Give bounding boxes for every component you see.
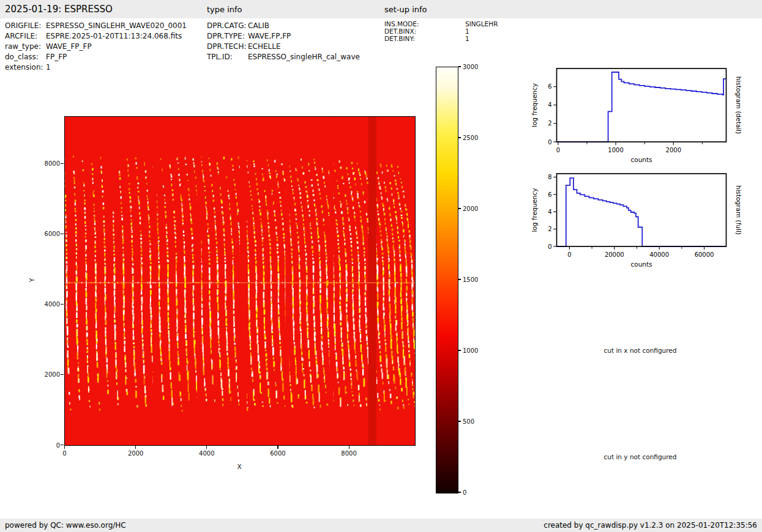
histogram-line — [557, 72, 727, 142]
meta-value: CALIB — [248, 21, 269, 31]
meta-value: 1 — [465, 35, 469, 42]
y-tick-label: 4 — [548, 209, 551, 215]
meta-value: WAVE_FP_FP — [46, 42, 92, 52]
meta-row: ARCFILE:ESPRE.2025-01-20T11:13:24.068.fi… — [5, 31, 187, 42]
file-info-block: ORIGFILE:ESPRESSO_SINGLEHR_WAVE020_0001 … — [5, 21, 187, 73]
header-bar: 2025-01-19: ESPRESSO type info set-up in… — [0, 0, 762, 18]
colorbar-tick-label: 1000 — [463, 347, 478, 354]
y-axis-label: log frequency — [531, 83, 538, 127]
raw-frame-plot — [64, 116, 416, 446]
side-label: histogram (full) — [735, 185, 742, 235]
y-tick — [61, 445, 64, 445]
x-tick-label: 40000 — [649, 251, 669, 258]
colorbar-tick-label: 3000 — [463, 64, 478, 70]
x-tick — [277, 446, 278, 449]
meta-value: 1 — [465, 28, 469, 35]
y-tick-label: 8000 — [35, 160, 60, 167]
colorbar-tick-label: 500 — [463, 418, 474, 425]
meta-row: DPR.TECH:ECHELLE — [207, 42, 360, 52]
y-tick-label: 2000 — [35, 371, 60, 378]
meta-label: do_class: — [5, 52, 46, 62]
colorbar-tick — [458, 208, 461, 209]
x-tick-label: 60000 — [695, 251, 714, 258]
x-tick-label: 1000 — [608, 147, 623, 153]
x-tick-label: 0 — [556, 147, 560, 153]
colorbar-tick-label: 0 — [463, 489, 466, 496]
histogram-full-plot: 020000400006000002468countslog frequency… — [525, 160, 762, 272]
meta-label: raw_type: — [5, 42, 46, 52]
cut-x-message: cut in x not configured — [604, 347, 677, 354]
y-tick — [61, 304, 64, 305]
x-tick-label: 4000 — [199, 450, 214, 457]
meta-label: DPR.TECH: — [207, 42, 248, 52]
y-tick-label: 0 — [548, 139, 551, 146]
y-tick-label: 6000 — [35, 231, 60, 237]
setup-info-heading: set-up info — [384, 5, 427, 14]
x-tick — [64, 446, 65, 449]
x-tick-label: 0 — [62, 450, 66, 457]
type-info-heading: type info — [207, 5, 242, 14]
y-tick — [61, 163, 64, 164]
colorbar-tick — [458, 492, 461, 492]
y-tick-label: 0 — [35, 441, 60, 448]
x-tick-label: 2000 — [128, 450, 143, 457]
meta-row: do_class:FP_FP — [5, 52, 187, 62]
plot-frame — [557, 174, 727, 246]
meta-row: extension:1 — [5, 62, 187, 73]
meta-row: DPR.TYPE:WAVE,FP,FP — [207, 31, 360, 42]
x-axis-label: counts — [630, 260, 652, 268]
y-tick — [61, 234, 64, 234]
colorbar-tick-label: 2000 — [463, 205, 478, 212]
y-tick-label: 2 — [548, 120, 551, 127]
meta-label: ORIGFILE: — [5, 21, 46, 31]
meta-row: DET.BINY:1 — [384, 35, 498, 42]
meta-value: ESPRESSO_SINGLEHR_WAVE020_0001 — [46, 21, 187, 31]
meta-label: INS.MODE: — [384, 20, 465, 28]
meta-row: INS.MODE:SINGLEHR — [384, 20, 498, 28]
x-tick — [206, 446, 207, 449]
meta-label: DPR.CATG: — [207, 21, 248, 31]
y-tick-label: 6 — [548, 83, 551, 90]
y-tick-label: 0 — [548, 243, 551, 250]
meta-row: raw_type:WAVE_FP_FP — [5, 42, 187, 52]
colorbar-tick — [458, 66, 461, 67]
side-label: histogram (detail) — [735, 76, 742, 134]
y-tick — [61, 374, 64, 375]
y-tick-label: 4 — [548, 102, 551, 108]
x-axis-label: X — [237, 463, 241, 470]
x-tick-label: 6000 — [270, 450, 285, 457]
setup-info-block: INS.MODE:SINGLEHR DET.BINX:1 DET.BINY:1 — [384, 20, 498, 42]
meta-value: ECHELLE — [248, 42, 281, 52]
y-tick-label: 6 — [548, 191, 551, 198]
meta-value: ESPRESSO_singleHR_cal_wave — [248, 52, 360, 62]
meta-value: SINGLEHR — [465, 20, 498, 28]
meta-row: DET.BINX:1 — [384, 28, 498, 35]
type-info-block: DPR.CATG:CALIB DPR.TYPE:WAVE,FP,FP DPR.T… — [207, 21, 360, 62]
meta-label: DPR.TYPE: — [207, 31, 248, 42]
histogram-detail-plot: 0100020000246countslog frequencyhistogra… — [525, 55, 762, 166]
raw-frame-heatmap — [65, 117, 415, 445]
colorbar-tick — [458, 350, 461, 350]
meta-label: DET.BINY: — [384, 35, 465, 42]
meta-value: 1 — [46, 62, 51, 73]
meta-row: TPL.ID:ESPRESSO_singleHR_cal_wave — [207, 52, 360, 62]
footer-right-text: created by qc_rawdisp.py v1.2.3 on 2025-… — [543, 521, 757, 530]
y-tick-label: 8 — [548, 174, 551, 180]
meta-value: FP_FP — [46, 52, 67, 62]
meta-label: TPL.ID: — [207, 52, 248, 62]
page-title: 2025-01-19: ESPRESSO — [5, 4, 113, 15]
x-tick-label: 0 — [567, 251, 571, 258]
qc-rawdisp-page: 2025-01-19: ESPRESSO type info set-up in… — [0, 0, 762, 532]
x-tick-label: 8000 — [341, 450, 356, 457]
meta-label: DET.BINX: — [384, 28, 465, 35]
colorbar-tick — [458, 137, 461, 138]
meta-value: ESPRE.2025-01-20T11:13:24.068.fits — [46, 31, 182, 42]
y-tick-label: 2 — [548, 226, 551, 232]
cut-y-message: cut in y not configured — [604, 453, 677, 460]
meta-value: WAVE,FP,FP — [248, 31, 291, 42]
histogram-line — [557, 178, 727, 246]
meta-row: DPR.CATG:CALIB — [207, 21, 360, 31]
plot-frame — [557, 68, 727, 142]
x-tick-label: 20000 — [605, 251, 624, 258]
y-tick-label: 4000 — [35, 301, 60, 308]
